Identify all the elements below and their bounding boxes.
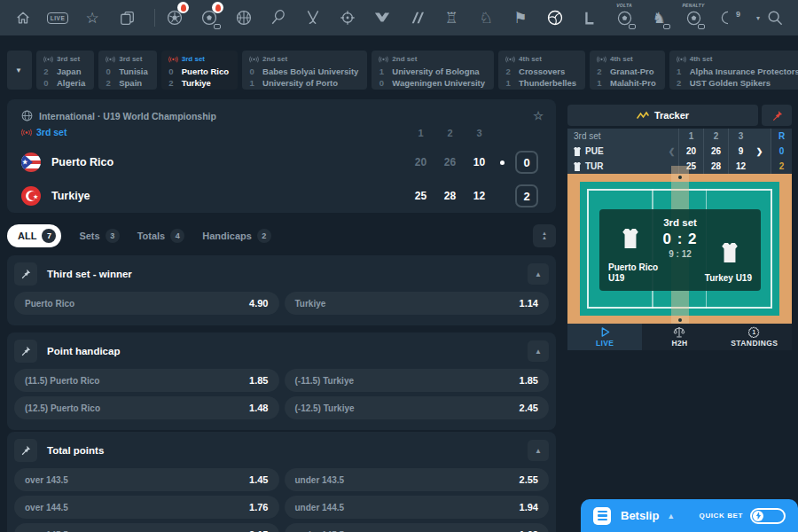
team-row-away: ★ Turkiye 25 28 12 2 (21, 185, 544, 207)
odds-button[interactable]: Puerto Rico4.90 (14, 292, 279, 315)
odds-button[interactable]: Turkiye1.14 (285, 292, 550, 315)
slashes-game-icon[interactable] (408, 8, 426, 27)
scroll-left-icon[interactable]: ❮ (665, 147, 678, 156)
tab-handicaps[interactable]: Handicaps2 (202, 229, 271, 243)
play-icon (599, 326, 611, 338)
home-icon[interactable] (14, 8, 32, 27)
tracker-header-button[interactable]: Tracker (567, 105, 758, 126)
team-row-home: Puerto Rico 20 26 10 0 (21, 152, 544, 173)
valorant-icon[interactable] (373, 8, 391, 27)
gamepad-badge-icon (698, 24, 705, 29)
lol-icon[interactable] (581, 8, 598, 27)
tracker-pin-button[interactable] (762, 105, 792, 126)
svg-text:1: 1 (753, 329, 756, 335)
volta-football-icon[interactable]: VOLTA (615, 8, 633, 27)
odds-button[interactable]: under 144.51.94 (285, 496, 550, 519)
broadcast-icon (168, 56, 178, 63)
betslip-bar[interactable]: Betslip ▲ QUICK BET (581, 499, 798, 532)
team-name: Malahit-Pro (610, 77, 656, 89)
jersey-icon (722, 243, 738, 262)
event-tile[interactable]: 2nd set 1University of Bologna 0Wagening… (372, 51, 494, 90)
chevron-up-icon: ▲ (667, 512, 675, 520)
odds-button[interactable]: (12.5) Puerto Rico1.48 (14, 396, 279, 419)
jersey-icon (574, 162, 581, 171)
tab-standings[interactable]: 1 STANDINGS (717, 324, 792, 350)
football-icon[interactable] (166, 8, 184, 27)
team-name: Puerto Rico (182, 66, 229, 77)
team-name: Crossovers (519, 66, 565, 77)
event-tile-selected[interactable]: 3rd set 0Puerto Rico 2Turkiye (161, 51, 238, 90)
favorites-star-icon[interactable]: ☆ (83, 8, 101, 27)
broadcast-icon (677, 56, 686, 63)
collapse-market-button[interactable]: ▲ (528, 340, 549, 362)
tab-totals[interactable]: Totals4 (137, 229, 185, 243)
team-name: University of Porto (262, 77, 338, 89)
pin-icon[interactable] (14, 340, 37, 363)
chess-rook-icon[interactable]: ♖ (442, 8, 460, 27)
broadcast-icon (379, 56, 388, 63)
tab-live[interactable]: LIVE (567, 324, 642, 350)
tennis-icon[interactable] (270, 8, 287, 27)
scorecard-home-team: Puerto Rico U19 (608, 262, 672, 284)
count-badge: 7 (42, 229, 56, 243)
virtual-horse-icon[interactable]: ♞ (650, 8, 668, 27)
gamepad-badge-icon (629, 24, 636, 29)
fifa-icon[interactable]: 9 (719, 8, 737, 27)
hot-badge-icon (212, 2, 223, 13)
market-point-handicap: Point handicap ▲ (11.5) Puerto Rico1.85 … (7, 332, 556, 430)
team-name: Granat-Pro (610, 66, 654, 77)
sets-won-badge: 0 (515, 151, 538, 174)
ice-hockey-icon[interactable] (304, 8, 322, 27)
favorite-star-icon[interactable]: ☆ (533, 109, 544, 122)
team-name: Spain (119, 77, 142, 89)
standings-badge-icon: 1 (748, 326, 760, 338)
court-scorecard: 3rd set 0 : 2 9 : 12 Puerto Rico U19 Tur… (599, 209, 761, 291)
live-events-carousel: ▼ 3rd set 2Japan 0Algeria 3rd set 0Tunis… (7, 51, 798, 90)
gamepad-badge-icon (214, 24, 221, 29)
efootball-icon[interactable] (200, 8, 218, 27)
event-tile[interactable]: 4th set 1Alpha Insurance Protectors 2UST… (669, 51, 798, 90)
odds-button[interactable]: under 143.52.55 (285, 468, 550, 491)
odds-button[interactable]: (-11.5) Turkiye1.85 (285, 369, 550, 392)
odds-button[interactable]: under 145.51.62 (285, 523, 550, 532)
penalty-football-icon[interactable]: PENALTY (685, 8, 702, 27)
events-dropdown-button[interactable]: ▼ (7, 51, 32, 90)
team-name: Japan (57, 66, 81, 77)
team-name: Wageningen University (392, 77, 485, 89)
pin-icon[interactable] (14, 439, 37, 462)
tab-all[interactable]: ALL7 (7, 224, 61, 247)
collapse-market-button[interactable]: ▲ (528, 440, 549, 461)
odds-button[interactable]: over 143.51.45 (14, 468, 279, 491)
topbar-divider (154, 9, 155, 27)
event-tile[interactable]: 4th set 2Crossovers 1Thunderbelles (498, 51, 585, 90)
betslips-icon[interactable] (118, 8, 136, 27)
team-name: Tunisia (119, 66, 148, 77)
odds-button[interactable]: over 145.52.15 (14, 523, 279, 532)
shooter-game-icon[interactable] (339, 8, 356, 27)
match-header-panel: International · U19 World Championship ☆… (7, 99, 556, 213)
scroll-right-icon[interactable]: ❯ (753, 147, 766, 156)
quick-bet-toggle[interactable] (750, 508, 786, 524)
collapse-all-button[interactable]: ▲▲ (533, 224, 556, 247)
basketball-icon[interactable] (235, 8, 253, 27)
racing-flag-icon[interactable]: ⚑ (512, 8, 529, 27)
search-icon[interactable] (766, 8, 784, 27)
odds-button[interactable]: over 144.51.76 (14, 496, 279, 519)
collapse-market-button[interactable]: ▲ (528, 263, 549, 285)
event-tile[interactable]: 3rd set 0Tunisia 2Spain (98, 51, 157, 90)
event-tile[interactable]: 2nd set 0Babes Bolyai University 1Univer… (242, 51, 367, 90)
volleyball-icon[interactable] (546, 8, 564, 27)
lightning-icon (753, 511, 763, 521)
live-icon[interactable]: LIVE (49, 8, 66, 27)
tab-h2h[interactable]: H2H (642, 324, 716, 350)
market-third-set-winner: Third set - winner ▲ Puerto Rico4.90 Tur… (7, 255, 556, 325)
pin-icon[interactable] (14, 262, 37, 286)
event-tile[interactable]: 4th set 2Granat-Pro 1Malahit-Pro (590, 51, 665, 90)
broadcast-icon (597, 56, 606, 63)
tab-sets[interactable]: Sets3 (79, 229, 119, 243)
odds-button[interactable]: (-12.5) Turkiye2.45 (285, 396, 550, 419)
odds-button[interactable]: (11.5) Puerto Rico1.85 (14, 369, 279, 392)
chess-knight-icon[interactable]: ♘ (477, 8, 495, 27)
chevron-down-icon[interactable]: ▾ (754, 8, 763, 27)
event-tile[interactable]: 3rd set 2Japan 0Algeria (36, 51, 94, 90)
